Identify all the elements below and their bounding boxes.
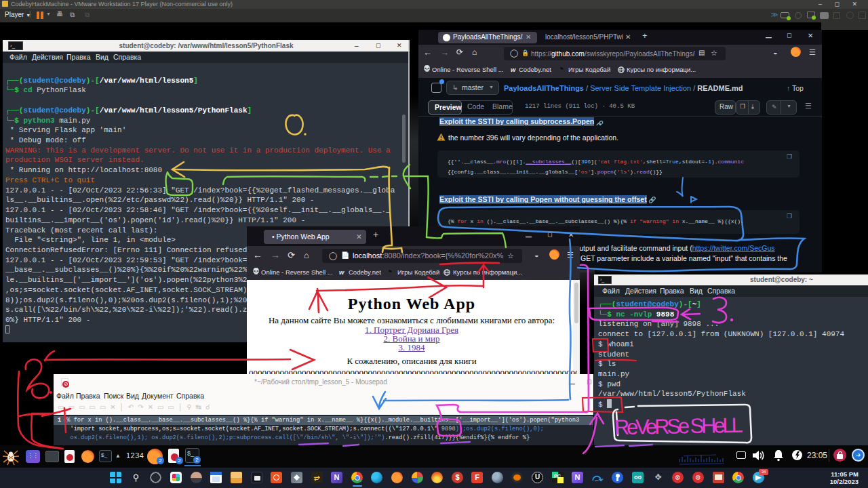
svg-text:ReVeRSe SHeLL: ReVeRSe SHeLL	[614, 413, 744, 439]
